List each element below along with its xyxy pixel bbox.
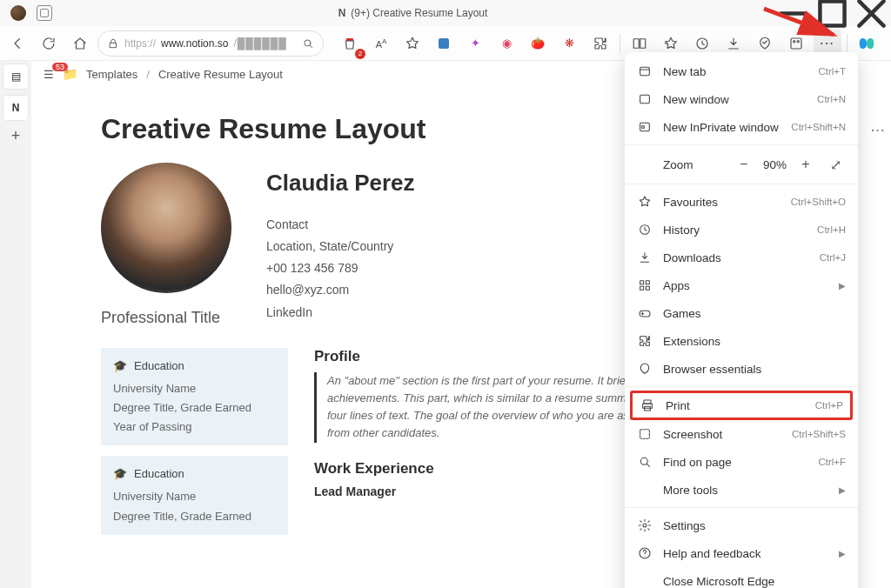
page-options-button[interactable]: ··· [871, 124, 886, 137]
home-button[interactable] [66, 30, 94, 57]
svg-rect-5 [640, 38, 646, 48]
svg-rect-17 [646, 281, 649, 284]
svg-rect-3 [439, 38, 449, 49]
breadcrumb-page[interactable]: Creative Resume Layout [158, 68, 283, 81]
svg-rect-0 [820, 1, 844, 25]
education-card: 🎓Education University Name Degree Title,… [101, 456, 288, 534]
svg-rect-12 [640, 95, 650, 103]
profile-avatar[interactable] [10, 5, 26, 21]
svg-rect-24 [640, 430, 650, 439]
refresh-button[interactable] [35, 30, 63, 57]
vertical-tab-strip: ▤ N + [0, 61, 31, 145]
favorite-star-button[interactable] [399, 30, 426, 57]
back-button[interactable] [3, 30, 31, 57]
svg-point-2 [305, 39, 311, 45]
breadcrumb-folder[interactable]: Templates [86, 68, 137, 81]
search-in-page-icon[interactable] [302, 37, 314, 50]
email-text: hello@xyz.com [266, 279, 415, 301]
menu-history[interactable]: HistoryCtrl+H [625, 216, 858, 244]
svg-point-9 [797, 40, 799, 42]
svg-rect-11 [640, 67, 650, 75]
contact-label: Contact [266, 214, 415, 236]
zoom-out-button[interactable]: − [734, 157, 754, 172]
window-title: (9+) Creative Resume Layout [351, 7, 487, 19]
menu-essentials[interactable]: Browser essentials [625, 355, 858, 383]
copilot-button[interactable] [853, 30, 881, 57]
education-card: 🎓Education University Name Degree Title,… [101, 348, 288, 445]
fullscreen-button[interactable]: ⤢ [825, 157, 846, 173]
svg-point-25 [640, 458, 647, 464]
tab-item[interactable]: ▤ [3, 64, 28, 89]
svg-rect-18 [640, 286, 644, 290]
phone-text: +00 123 456 789 [266, 257, 415, 279]
svg-rect-14 [642, 126, 645, 129]
address-bar[interactable]: https://www.notion.so/██████ [97, 30, 324, 57]
svg-rect-7 [791, 38, 801, 49]
ext-icon-3[interactable]: ◉ [492, 30, 520, 57]
new-tab-button[interactable]: + [11, 127, 21, 145]
zoom-in-button[interactable]: + [795, 157, 816, 172]
maximize-button[interactable] [813, 0, 852, 26]
shopping-icon[interactable] [336, 30, 364, 57]
svg-rect-16 [640, 281, 644, 284]
ext-icon-1[interactable] [430, 30, 458, 57]
extensions-puzzle-icon[interactable] [586, 30, 614, 57]
person-name: Claudia Perez [266, 163, 415, 204]
menu-print[interactable]: PrintCtrl+P [630, 391, 853, 420]
svg-rect-4 [633, 38, 639, 48]
svg-rect-19 [646, 286, 649, 290]
tab-item[interactable]: N [3, 96, 28, 120]
menu-screenshot[interactable]: ScreenshotCtrl+Shift+S [625, 420, 858, 448]
linkedin-text: LinkedIn [266, 302, 415, 324]
menu-new-window[interactable]: New windowCtrl+N [625, 85, 858, 113]
zoom-value: 90% [763, 158, 787, 171]
minimize-button[interactable] [774, 0, 813, 26]
menu-help[interactable]: Help and feedback▶ [625, 539, 858, 567]
location-text: Location, State/Country [266, 236, 415, 257]
menu-inprivate[interactable]: New InPrivate windowCtrl+Shift+N [625, 113, 858, 141]
menu-close-edge[interactable]: Close Microsoft Edge [625, 567, 858, 588]
graduation-icon: 🎓 [113, 464, 127, 484]
ext-icon-5[interactable]: ❋ [555, 30, 583, 57]
menu-apps[interactable]: Apps▶ [625, 271, 858, 299]
professional-title: Professional Title [101, 309, 231, 327]
svg-point-8 [794, 40, 795, 42]
graduation-icon: 🎓 [113, 357, 127, 376]
menu-zoom: Zoom − 90% + ⤢ [625, 149, 858, 180]
ext-icon-2[interactable]: ✦ [461, 30, 489, 57]
menu-games[interactable]: Games [625, 299, 858, 327]
menu-find[interactable]: Find on pageCtrl+F [625, 448, 858, 476]
ext-icon-4[interactable]: 🍅 [524, 30, 552, 57]
window-titlebar: N(9+) Creative Resume Layout [0, 0, 891, 26]
browser-menu: New tabCtrl+T New windowCtrl+N New InPri… [625, 52, 858, 588]
text-size-button[interactable]: AA [367, 30, 395, 57]
svg-rect-21 [644, 400, 651, 404]
menu-extensions[interactable]: Extensions [625, 327, 858, 355]
lock-icon [107, 37, 119, 50]
close-window-button[interactable] [852, 0, 891, 26]
svg-point-26 [643, 524, 646, 527]
profile-photo [101, 163, 231, 293]
menu-new-tab[interactable]: New tabCtrl+T [625, 57, 858, 85]
menu-favourites[interactable]: FavouritesCtrl+Shift+O [625, 188, 858, 216]
menu-downloads[interactable]: DownloadsCtrl+J [625, 244, 858, 271]
sidebar-toggle[interactable]: ☰53 [44, 68, 54, 81]
svg-rect-1 [111, 43, 117, 47]
menu-more-tools[interactable]: More tools▶ [625, 476, 858, 504]
menu-settings[interactable]: Settings [625, 511, 858, 539]
workspaces-icon[interactable] [37, 5, 52, 21]
